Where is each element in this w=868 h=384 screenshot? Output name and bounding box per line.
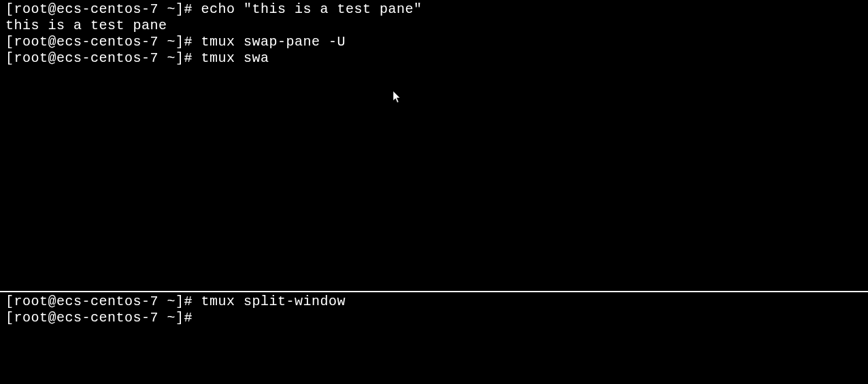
terminal-line: [root@ecs-centos-7 ~]# tmux split-window — [5, 294, 863, 310]
output-text: this is a test pane — [5, 18, 167, 33]
command-text: echo "this is a test pane" — [201, 1, 422, 17]
command-text: tmux split-window — [201, 294, 346, 309]
shell-prompt: [root@ecs-centos-7 ~]# — [5, 1, 201, 17]
command-text: tmux swap-pane -U — [201, 34, 346, 50]
tmux-pane-bottom[interactable]: [root@ecs-centos-7 ~]# tmux split-window… — [0, 292, 868, 384]
terminal-line: [root@ecs-centos-7 ~]# — [5, 310, 863, 326]
tmux-pane-top[interactable]: [root@ecs-centos-7 ~]# echo "this is a t… — [0, 0, 868, 291]
shell-prompt: [root@ecs-centos-7 ~]# — [5, 310, 201, 326]
terminal-output: this is a test pane — [5, 18, 863, 34]
terminal-line: [root@ecs-centos-7 ~]# echo "this is a t… — [5, 1, 863, 18]
terminal-line: [root@ecs-centos-7 ~]# tmux swa — [5, 50, 863, 67]
mouse-cursor-icon — [393, 91, 401, 103]
shell-prompt: [root@ecs-centos-7 ~]# — [5, 50, 201, 66]
command-text: tmux swa — [201, 50, 269, 66]
terminal-window[interactable]: [root@ecs-centos-7 ~]# echo "this is a t… — [0, 0, 868, 384]
terminal-line: [root@ecs-centos-7 ~]# tmux swap-pane -U — [5, 34, 863, 50]
shell-prompt: [root@ecs-centos-7 ~]# — [5, 294, 201, 309]
shell-prompt: [root@ecs-centos-7 ~]# — [5, 34, 201, 50]
